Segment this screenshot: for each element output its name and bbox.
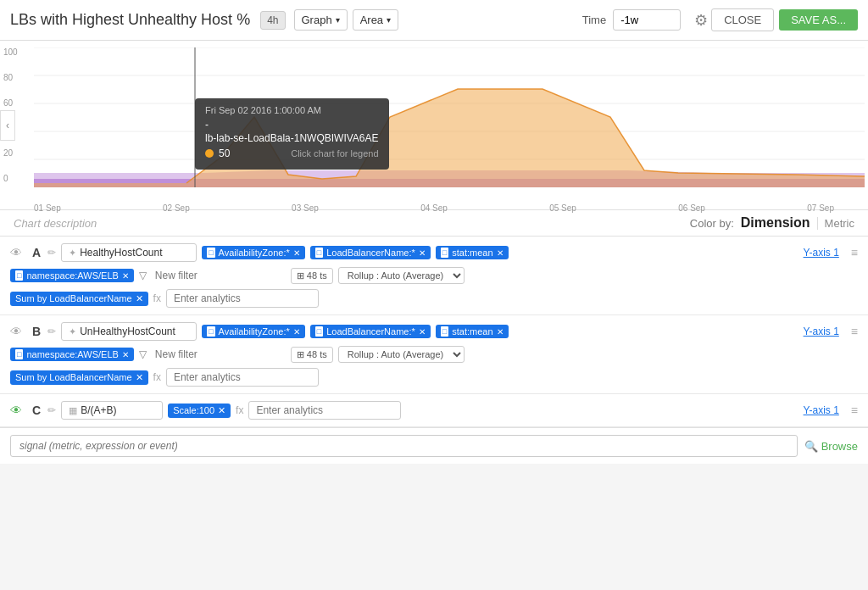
settings-button[interactable]: ⚙ <box>691 8 711 33</box>
fx-label-b: fx <box>153 371 161 383</box>
fx-label-c: fx <box>236 404 243 416</box>
signal-row-a: 👁 A ✏ ✦ HealthyHostCount □ AvailabilityZ… <box>0 237 868 315</box>
metric-input-a[interactable]: ✦ HealthyHostCount <box>61 243 197 262</box>
signal-letter-b: B <box>32 325 41 338</box>
menu-icon-c[interactable]: ≡ <box>851 404 858 417</box>
rollup-select-a[interactable]: Rollup : Auto (Average) <box>338 267 465 284</box>
signal-row-b-analytics: Sum by LoadBalancerName ✕ fx <box>10 368 858 387</box>
edit-icon-a[interactable]: ✏ <box>47 247 56 259</box>
signal-row-a-analytics: Sum by LoadBalancerName ✕ fx <box>10 289 858 308</box>
metric-icon-a: ✦ <box>69 248 76 259</box>
filter-icon-b: ▽ <box>139 348 147 360</box>
visibility-toggle-c[interactable]: 👁 <box>10 404 27 417</box>
chart-svg <box>34 47 865 187</box>
ts-badge-b: ⊞ 48 ts <box>291 347 333 363</box>
filter-icon-a: ▽ <box>139 270 147 281</box>
area-label: Area <box>360 14 383 26</box>
ts-icon-a: ⊞ <box>297 270 304 281</box>
ts-badge-a: ⊞ 48 ts <box>291 268 333 284</box>
time-badge[interactable]: 4h <box>260 11 285 30</box>
browse-button[interactable]: 🔍 Browse <box>804 440 858 453</box>
tooltip-hint: Click chart for legend <box>291 148 378 159</box>
tooltip-value: 50 Click chart for legend <box>205 148 379 159</box>
analytics-input-b[interactable] <box>166 368 319 387</box>
graph-label: Graph <box>302 14 332 26</box>
metric-name-a: HealthyHostCount <box>80 247 162 259</box>
area-dropdown[interactable]: Area ▾ <box>353 9 398 31</box>
tag-stat-b[interactable]: □ stat:mean ✕ <box>436 325 509 338</box>
color-by-section: Color by: Dimension Metric <box>690 215 854 231</box>
signal-rows: 👁 A ✏ ✦ HealthyHostCount □ AvailabilityZ… <box>0 237 868 427</box>
signal-row-a-top: 👁 A ✏ ✦ HealthyHostCount □ AvailabilityZ… <box>10 243 858 262</box>
analytics-input-a[interactable] <box>166 289 319 308</box>
metric-icon-b: ✦ <box>69 326 76 337</box>
chart-tooltip: Fri Sep 02 2016 1:00:00 AM - lb-lab-se-L… <box>195 98 389 170</box>
chart-footer: Chart description Color by: Dimension Me… <box>0 210 868 237</box>
new-filter-b[interactable] <box>152 347 286 362</box>
chevron-down-icon: ▾ <box>387 15 391 25</box>
chart-description: Chart description <box>14 217 690 230</box>
tag-ns-a[interactable]: □ namespace:AWS/ELB ✕ <box>10 269 134 282</box>
tag-az-a[interactable]: □ AvailabilityZone:* ✕ <box>202 246 305 259</box>
graph-dropdown[interactable]: Graph ▾ <box>294 9 348 31</box>
tooltip-title: Fri Sep 02 2016 1:00:00 AM <box>205 105 379 115</box>
sum-by-tag-a[interactable]: Sum by LoadBalancerName ✕ <box>10 292 148 306</box>
time-section: Time <box>582 9 681 31</box>
signal-letter-a: A <box>32 246 41 259</box>
fx-label-a: fx <box>153 292 161 304</box>
chart-area: ‹ 100 80 60 40 20 0 <box>0 41 868 210</box>
close-button[interactable]: CLOSE <box>711 8 774 31</box>
tag-stat-a[interactable]: □ stat:mean ✕ <box>436 246 509 259</box>
time-label: Time <box>582 14 606 26</box>
scale-tag-c[interactable]: Scale:100 ✕ <box>168 404 231 418</box>
y-axis-link-b[interactable]: Y-axis 1 <box>804 326 839 337</box>
add-signal-input[interactable] <box>10 435 798 457</box>
edit-icon-c[interactable]: ✏ <box>47 404 56 416</box>
tag-lbn-b[interactable]: □ LoadBalancerName:* ✕ <box>310 325 431 338</box>
page-title: LBs with Highest Unhealthy Host % <box>10 11 250 29</box>
menu-icon-b[interactable]: ≡ <box>851 325 858 338</box>
save-as-button[interactable]: SAVE AS... <box>779 9 858 31</box>
search-icon: 🔍 <box>804 440 818 453</box>
time-input[interactable] <box>613 9 681 31</box>
tooltip-number: 50 <box>219 148 230 159</box>
signal-row-b-top: 👁 B ✏ ✦ UnHealthyHostCount □ Availabilit… <box>10 322 858 341</box>
header: LBs with Highest Unhealthy Host % 4h Gra… <box>0 0 868 41</box>
add-signal-row: 🔍 Browse <box>0 427 868 464</box>
metric-name-b: UnHealthyHostCount <box>80 326 175 337</box>
signal-row-c-top: 👁 C ✏ ▦ B/(A+B) Scale:100 ✕ fx Y-axis 1 … <box>10 401 858 420</box>
tag-lbn-a[interactable]: □ LoadBalancerName:* ✕ <box>310 246 431 259</box>
metric-input-b[interactable]: ✦ UnHealthyHostCount <box>61 322 197 341</box>
ts-icon-b: ⊞ <box>297 349 304 360</box>
visibility-toggle-a[interactable]: 👁 <box>10 246 27 259</box>
color-by-metric[interactable]: Metric <box>817 217 854 230</box>
menu-icon-a[interactable]: ≡ <box>851 246 858 259</box>
x-axis: 01 Sep 02 Sep 03 Sep 04 Sep 05 Sep 06 Se… <box>0 200 868 213</box>
y-axis-link-a[interactable]: Y-axis 1 <box>804 247 839 259</box>
chart-inner: 100 80 60 40 20 0 Fri <box>0 47 868 200</box>
tag-ns-b[interactable]: □ namespace:AWS/ELB ✕ <box>10 348 134 361</box>
visibility-toggle-b[interactable]: 👁 <box>10 325 27 338</box>
y-axis-link-c[interactable]: Y-axis 1 <box>804 404 839 416</box>
edit-icon-b[interactable]: ✏ <box>47 326 56 337</box>
new-filter-a[interactable] <box>152 268 286 283</box>
signal-row-c: 👁 C ✏ ▦ B/(A+B) Scale:100 ✕ fx Y-axis 1 … <box>0 394 868 427</box>
tooltip-name: lb-lab-se-LoadBala-1NWQBIWIVA6AE <box>205 132 379 144</box>
tooltip-dot <box>205 149 214 158</box>
tag-az-b[interactable]: □ AvailabilityZone:* ✕ <box>202 325 305 338</box>
chart-nav-left[interactable]: ‹ <box>0 110 15 141</box>
tooltip-dash: - <box>205 119 379 131</box>
rollup-select-b[interactable]: Rollup : Auto (Average) <box>338 346 465 363</box>
browse-label: Browse <box>821 440 858 453</box>
table-icon-c: ▦ <box>69 405 77 416</box>
analytics-input-c[interactable] <box>248 401 401 420</box>
signal-row-a-bottom: □ namespace:AWS/ELB ✕ ▽ ⊞ 48 ts Rollup :… <box>10 267 858 284</box>
sum-by-tag-b[interactable]: Sum by LoadBalancerName ✕ <box>10 370 148 385</box>
metric-name-c: B/(A+B) <box>81 404 116 416</box>
color-by-dimension[interactable]: Dimension <box>741 215 810 231</box>
signal-letter-c: C <box>32 404 41 417</box>
signal-row-b: 👁 B ✏ ✦ UnHealthyHostCount □ Availabilit… <box>0 315 868 394</box>
signal-row-b-bottom: □ namespace:AWS/ELB ✕ ▽ ⊞ 48 ts Rollup :… <box>10 346 858 363</box>
metric-input-c[interactable]: ▦ B/(A+B) <box>61 401 163 420</box>
chevron-down-icon: ▾ <box>336 15 340 25</box>
